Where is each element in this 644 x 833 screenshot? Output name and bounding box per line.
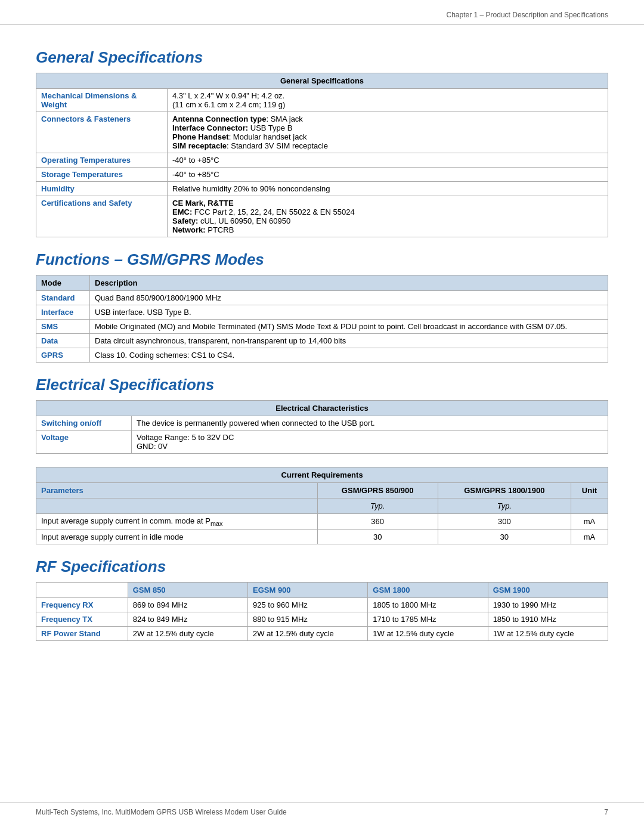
row-value: Antenna Connection type: SMA jackInterfa… — [168, 112, 608, 153]
page-footer: Multi-Tech Systems, Inc. MultiModem GPRS… — [0, 803, 644, 821]
mode-cell: Standard — [36, 291, 90, 305]
table-row: Frequency RX 869 to 894 MHz 925 to 960 M… — [36, 597, 608, 612]
typ-blank — [36, 498, 318, 514]
desc-cell: Class 10. Coding schemes: CS1 to CS4. — [90, 348, 608, 363]
typ-label-1: Typ. — [317, 498, 438, 514]
footer-right: 7 — [604, 808, 608, 816]
table-row: Standard Quad Band 850/900/1800/1900 MHz — [36, 291, 608, 305]
table-row: RF Power Stand 2W at 12.5% duty cycle 2W… — [36, 626, 608, 640]
row-label: Mechanical Dimensions & Weight — [36, 89, 168, 112]
table-row: Switching on/off The device is permanent… — [36, 416, 608, 431]
unit-cell: mA — [571, 514, 608, 530]
rf-val: 1710 to 1785 MHz — [368, 612, 488, 626]
general-specs-title: General Specifications — [36, 48, 608, 67]
electrical-header: Electrical Characteristics — [36, 401, 608, 416]
row-value: Relative humidity 20% to 90% noncondensi… — [168, 182, 608, 196]
table-row: Certifications and Safety CE Mark, R&TTE… — [36, 196, 608, 237]
gsm900-col-header: GSM/GPRS 850/900 — [317, 483, 438, 498]
gsm1900-col-header: GSM 1900 — [488, 582, 608, 597]
gsm1800-col-header: GSM 1800 — [368, 582, 488, 597]
chapter-text: Chapter 1 – Product Description and Spec… — [447, 11, 608, 19]
rf-val: 1930 to 1990 MHz — [488, 597, 608, 612]
param-cell: Input average supply current in idle mod… — [36, 529, 318, 544]
val2-cell: 300 — [438, 514, 571, 530]
gsm1900-col-header: GSM/GPRS 1800/1900 — [438, 483, 571, 498]
functions-table: Mode Description Standard Quad Band 850/… — [36, 275, 608, 363]
table-row: Voltage Voltage Range: 5 to 32V DCGND: 0… — [36, 431, 608, 454]
row-label: RF Power Stand — [36, 626, 128, 640]
current-header: Current Requirements — [36, 467, 608, 483]
desc-cell: USB interface. USB Type B. — [90, 305, 608, 320]
rf-val: 824 to 849 MHz — [128, 612, 247, 626]
general-specs-table: General Specifications Mechanical Dimens… — [36, 73, 608, 237]
electrical-specs-table: Electrical Characteristics Switching on/… — [36, 400, 608, 454]
rf-val: 1850 to 1910 MHz — [488, 612, 608, 626]
rf-val: 1W at 12.5% duty cycle — [488, 626, 608, 640]
footer-left: Multi-Tech Systems, Inc. MultiModem GPRS… — [36, 808, 287, 816]
typ-label-2: Typ. — [438, 498, 571, 514]
mode-cell: SMS — [36, 320, 90, 334]
desc-cell: Mobile Originated (MO) and Mobile Termin… — [90, 320, 608, 334]
table-row: Mechanical Dimensions & Weight 4.3" L x … — [36, 89, 608, 112]
main-content: General Specifications General Specifica… — [0, 30, 644, 690]
params-col-header: Parameters — [36, 483, 318, 498]
rf-val: 869 to 894 MHz — [128, 597, 247, 612]
current-requirements-table: Current Requirements Parameters GSM/GPRS… — [36, 467, 608, 544]
desc-col-header: Description — [90, 275, 608, 291]
mode-cell: GPRS — [36, 348, 90, 363]
gen-specs-header: General Specifications — [36, 73, 608, 89]
table-row: Data Data circuit asynchronous, transpar… — [36, 334, 608, 348]
unit-col-header: Unit — [571, 483, 608, 498]
functions-title: Functions – GSM/GPRS Modes — [36, 250, 608, 269]
rf-val: 2W at 12.5% duty cycle — [248, 626, 368, 640]
table-row: Input average supply current in idle mod… — [36, 529, 608, 544]
rf-val: 1805 to 1800 MHz — [368, 597, 488, 612]
row-value: The device is permanently powered when c… — [132, 416, 608, 431]
table-row: SMS Mobile Originated (MO) and Mobile Te… — [36, 320, 608, 334]
row-label: Frequency TX — [36, 612, 128, 626]
desc-cell: Data circuit asynchronous, transparent, … — [90, 334, 608, 348]
row-value: -40° to +85°C — [168, 168, 608, 182]
rf-val: 2W at 12.5% duty cycle — [128, 626, 247, 640]
table-row: Interface USB interface. USB Type B. — [36, 305, 608, 320]
row-label: Certifications and Safety — [36, 196, 168, 237]
unit-cell: mA — [571, 529, 608, 544]
row-label: Frequency RX — [36, 597, 128, 612]
mode-cell: Interface — [36, 305, 90, 320]
row-label: Storage Temperatures — [36, 168, 168, 182]
table-row: Frequency TX 824 to 849 MHz 880 to 915 M… — [36, 612, 608, 626]
table-row: Storage Temperatures -40° to +85°C — [36, 168, 608, 182]
rf-blank-header — [36, 582, 128, 597]
val1-cell: 30 — [317, 529, 438, 544]
electrical-specs-title: Electrical Specifications — [36, 376, 608, 394]
row-value: -40° to +85°C — [168, 153, 608, 168]
val2-cell: 30 — [438, 529, 571, 544]
val1-cell: 360 — [317, 514, 438, 530]
row-label: Switching on/off — [36, 416, 132, 431]
row-value: CE Mark, R&TTEEMC: FCC Part 2, 15, 22, 2… — [168, 196, 608, 237]
row-label: Connectors & Fasteners — [36, 112, 168, 153]
egsm900-col-header: EGSM 900 — [248, 582, 368, 597]
mode-col-header: Mode — [36, 275, 90, 291]
table-row: Input average supply current in comm. mo… — [36, 514, 608, 530]
row-value: 4.3" L x 2.4" W x 0.94" H; 4.2 oz.(11 cm… — [168, 89, 608, 112]
rf-val: 925 to 960 MHz — [248, 597, 368, 612]
rf-val: 880 to 915 MHz — [248, 612, 368, 626]
table-row: GPRS Class 10. Coding schemes: CS1 to CS… — [36, 348, 608, 363]
rf-specs-table: GSM 850 EGSM 900 GSM 1800 GSM 1900 Frequ… — [36, 582, 608, 641]
rf-val: 1W at 12.5% duty cycle — [368, 626, 488, 640]
row-value: Voltage Range: 5 to 32V DCGND: 0V — [132, 431, 608, 454]
page-header: Chapter 1 – Product Description and Spec… — [0, 0, 644, 24]
row-label: Voltage — [36, 431, 132, 454]
row-label: Humidity — [36, 182, 168, 196]
desc-cell: Quad Band 850/900/1800/1900 MHz — [90, 291, 608, 305]
param-cell: Input average supply current in comm. mo… — [36, 514, 318, 530]
mode-cell: Data — [36, 334, 90, 348]
typ-blank-2 — [571, 498, 608, 514]
table-row: Connectors & Fasteners Antenna Connectio… — [36, 112, 608, 153]
gsm850-col-header: GSM 850 — [128, 582, 247, 597]
table-row: Operating Temperatures -40° to +85°C — [36, 153, 608, 168]
rf-specs-title: RF Specifications — [36, 558, 608, 576]
table-row: Humidity Relative humidity 20% to 90% no… — [36, 182, 608, 196]
row-label: Operating Temperatures — [36, 153, 168, 168]
